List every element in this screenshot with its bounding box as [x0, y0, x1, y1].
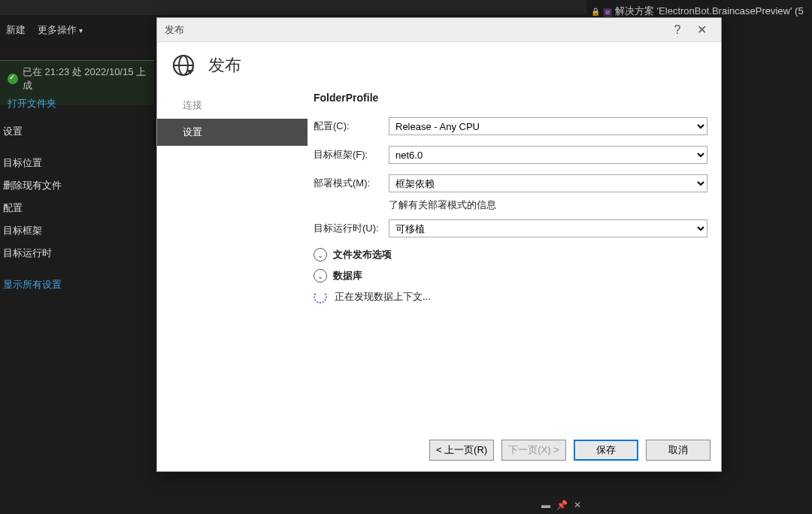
spinner-icon	[314, 290, 327, 304]
runtime-select[interactable]: 可移植	[389, 219, 707, 237]
publish-status-panel: 已在 21:23 处 2022/10/15 上成 打开文件夹	[0, 60, 154, 105]
close-button[interactable]: ✕	[689, 23, 714, 37]
status-text: 已在 21:23 处 2022/10/15 上成	[23, 65, 147, 92]
config-select[interactable]: Release - Any CPU	[389, 117, 707, 135]
next-button: 下一页(X) >	[501, 440, 566, 461]
config-label: 配置(C):	[314, 119, 389, 133]
framework-label: 目标框架(F):	[314, 148, 389, 162]
close-panel-icon[interactable]: ✕	[574, 500, 581, 510]
expand-database-icon[interactable]: ⌄	[314, 269, 327, 283]
solution-icon: ▣	[603, 6, 612, 17]
deploy-mode-info-link[interactable]: 了解有关部署模式的信息	[389, 199, 496, 210]
open-folder-link[interactable]: 打开文件夹	[8, 97, 147, 110]
more-actions-button[interactable]: 更多操作	[38, 23, 83, 37]
new-button[interactable]: 新建	[6, 23, 26, 37]
globe-icon	[171, 53, 196, 78]
wizard-nav: 连接 设置	[157, 92, 308, 432]
file-options-expander[interactable]: 文件发布选项	[333, 248, 392, 262]
deploy-mode-label: 部署模式(M):	[314, 177, 389, 190]
sidebar-item[interactable]: 删除现有文件	[0, 174, 154, 197]
sidebar-item[interactable]: 目标框架	[0, 219, 154, 242]
pin-icon[interactable]: 📌	[556, 500, 568, 510]
settings-heading: 设置	[0, 120, 154, 143]
solution-title: 解决方案 'ElectronBot.BraincasePreview' (5	[615, 5, 804, 18]
runtime-label: 目标运行时(U):	[314, 222, 389, 235]
publish-dialog: 发布 ? ✕ 发布 连接 设置 FolderProfile 配置(C): Rel…	[156, 17, 722, 472]
sidebar-item[interactable]: 目标运行时	[0, 242, 154, 265]
window-position-icon[interactable]: ▬	[541, 500, 550, 510]
nav-step-connection[interactable]: 连接	[157, 92, 308, 119]
loading-text: 正在发现数据上下文...	[335, 290, 431, 304]
prev-button[interactable]: < 上一页(R)	[429, 440, 494, 461]
success-icon	[8, 74, 18, 84]
expand-file-options-icon[interactable]: ⌄	[314, 248, 327, 262]
save-button[interactable]: 保存	[574, 440, 638, 461]
settings-sidebar: 设置 目标位置 删除现有文件 配置 目标框架 目标运行时 显示所有设置	[0, 120, 154, 296]
sidebar-item[interactable]: 目标位置	[0, 152, 154, 174]
show-all-settings-link[interactable]: 显示所有设置	[0, 274, 154, 296]
dialog-title: 发布	[165, 23, 665, 37]
dialog-heading: 发布	[208, 54, 241, 77]
nav-step-settings[interactable]: 设置	[157, 119, 308, 146]
lock-icon: 🔒	[591, 8, 600, 16]
sidebar-item[interactable]: 配置	[0, 197, 154, 219]
framework-select[interactable]: net6.0	[389, 146, 707, 164]
deploy-mode-select[interactable]: 框架依赖	[389, 174, 707, 192]
profile-title: FolderProfile	[314, 92, 707, 104]
help-button[interactable]: ?	[665, 23, 689, 37]
database-expander[interactable]: 数据库	[333, 269, 362, 283]
cancel-button[interactable]: 取消	[646, 440, 710, 461]
